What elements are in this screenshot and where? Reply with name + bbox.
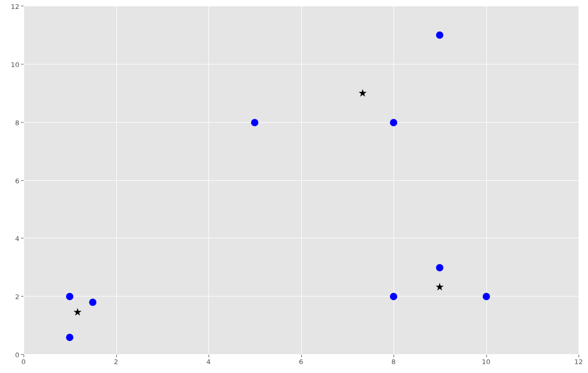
gridline-vertical bbox=[301, 6, 302, 355]
gridline-horizontal bbox=[24, 354, 579, 355]
gridline-horizontal bbox=[24, 180, 579, 181]
y-tick-mark bbox=[21, 64, 24, 64]
x-tick-mark bbox=[394, 355, 394, 357]
x-tick-label: 10 bbox=[482, 358, 491, 366]
data-point bbox=[251, 119, 258, 126]
y-tick-label: 12 bbox=[10, 3, 19, 10]
x-tick-mark bbox=[209, 355, 209, 357]
y-tick-mark bbox=[21, 354, 24, 355]
x-tick-mark bbox=[579, 355, 579, 357]
data-point bbox=[89, 299, 96, 306]
gridline-horizontal bbox=[24, 122, 579, 123]
x-tick-label: 0 bbox=[21, 358, 26, 366]
gridline-horizontal bbox=[24, 6, 579, 6]
x-tick-label: 2 bbox=[114, 358, 118, 366]
gridline-vertical bbox=[24, 6, 24, 355]
data-point bbox=[390, 293, 397, 300]
x-tick-mark bbox=[24, 355, 24, 357]
x-tick-mark bbox=[301, 355, 302, 357]
data-point bbox=[66, 293, 73, 300]
y-tick-label: 6 bbox=[15, 177, 19, 184]
gridline-horizontal bbox=[24, 296, 579, 297]
y-tick-mark bbox=[21, 122, 24, 123]
gridline-vertical bbox=[579, 6, 579, 355]
svg-marker-0 bbox=[74, 308, 82, 315]
y-tick-label: 0 bbox=[15, 351, 19, 359]
gridline-vertical bbox=[394, 6, 394, 355]
x-tick-label: 12 bbox=[574, 358, 583, 366]
centroid-star-icon bbox=[358, 89, 367, 97]
data-point bbox=[436, 31, 443, 39]
figure: 024681012024681012 bbox=[0, 0, 588, 373]
centroid-star-icon bbox=[435, 283, 444, 291]
data-point bbox=[66, 334, 73, 341]
gridline-vertical bbox=[116, 6, 117, 355]
svg-marker-1 bbox=[358, 89, 366, 96]
data-point bbox=[483, 293, 490, 300]
y-tick-label: 4 bbox=[15, 235, 19, 243]
y-tick-mark bbox=[21, 238, 24, 238]
gridline-horizontal bbox=[24, 238, 579, 238]
y-tick-mark bbox=[21, 180, 24, 181]
x-tick-label: 6 bbox=[299, 358, 303, 366]
gridline-horizontal bbox=[24, 64, 579, 64]
gridline-vertical bbox=[209, 6, 209, 355]
centroid-star-icon bbox=[73, 308, 82, 316]
x-tick-mark bbox=[486, 355, 487, 357]
scatter-plot-axes: 024681012024681012 bbox=[24, 6, 579, 355]
x-tick-label: 4 bbox=[206, 358, 211, 366]
y-tick-label: 10 bbox=[10, 60, 19, 68]
x-tick-label: 8 bbox=[391, 358, 396, 366]
y-tick-mark bbox=[21, 6, 24, 6]
y-tick-label: 8 bbox=[15, 118, 19, 126]
x-tick-mark bbox=[116, 355, 117, 357]
y-tick-mark bbox=[21, 296, 24, 297]
data-point bbox=[436, 264, 443, 271]
y-tick-label: 2 bbox=[15, 293, 19, 301]
svg-marker-2 bbox=[436, 283, 444, 290]
data-point bbox=[390, 119, 397, 126]
gridline-vertical bbox=[486, 6, 487, 355]
